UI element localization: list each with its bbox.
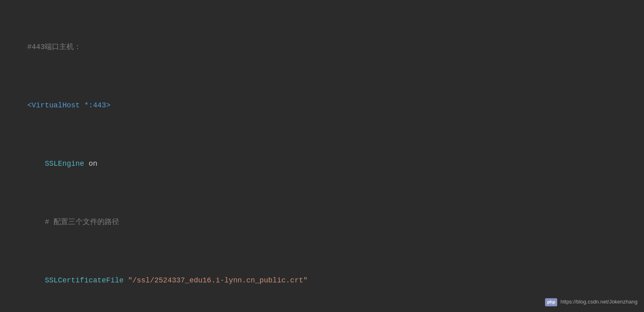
ssl-engine-directive: SSLEngine: [27, 160, 84, 168]
watermark: php https://blog.csdn.net/Jokenzhang: [545, 298, 638, 306]
ssl-engine-value: on: [84, 160, 97, 168]
line-ssl-engine: SSLEngine on: [10, 147, 634, 182]
ssl-cert-file-value: "/ssl/2524337_edu16.i-lynn.cn_public.crt…: [124, 276, 308, 284]
watermark-url: https://blog.csdn.net/Jokenzhang: [560, 299, 638, 305]
line-comment-port: #443端口主机：: [10, 30, 634, 65]
comment-port: #443端口主机：: [27, 43, 81, 51]
ssl-cert-file-directive: SSLCertificateFile: [27, 276, 124, 284]
comment-path: # 配置三个文件的路径: [27, 218, 119, 226]
virtualhost-open-tag: <VirtualHost *:443>: [27, 101, 110, 109]
line-comment-path: # 配置三个文件的路径: [10, 205, 634, 240]
php-badge: php: [545, 298, 557, 306]
code-container: #443端口主机： <VirtualHost *:443> SSLEngine …: [0, 0, 644, 312]
line-virtualhost-open: <VirtualHost *:443>: [10, 88, 634, 123]
line-ssl-cert-file: SSLCertificateFile "/ssl/2524337_edu16.i…: [10, 263, 634, 298]
